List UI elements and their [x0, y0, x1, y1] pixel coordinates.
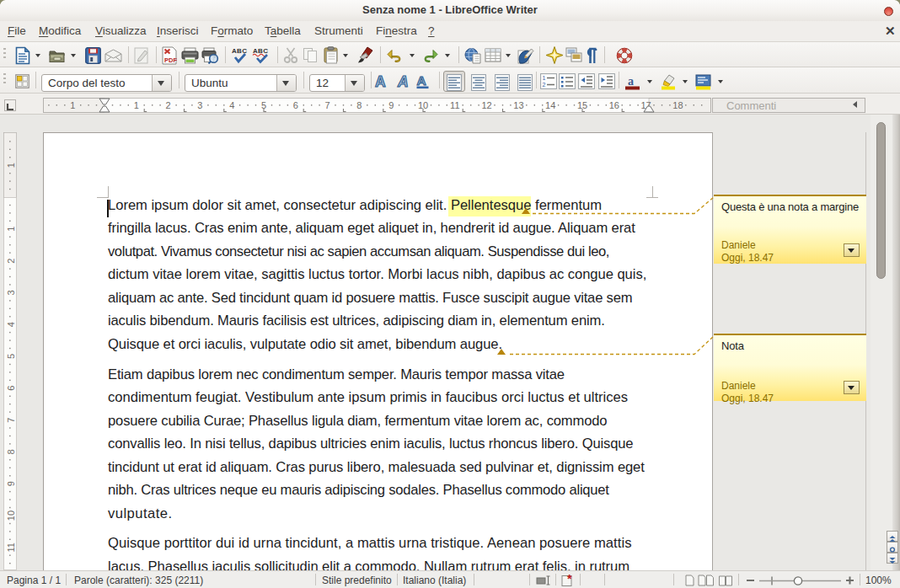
svg-text:ABC: ABC: [253, 47, 268, 55]
svg-text:2: 2: [543, 82, 546, 88]
svg-text:16: 16: [609, 100, 619, 110]
svg-text:4: 4: [229, 100, 234, 110]
svg-text:9: 9: [388, 100, 394, 110]
svg-text:1: 1: [543, 75, 546, 81]
svg-text:13: 13: [513, 100, 523, 110]
svg-text:A: A: [417, 73, 426, 88]
svg-text:6: 6: [293, 100, 298, 110]
svg-text:1: 1: [134, 100, 139, 110]
svg-text:1: 1: [70, 100, 75, 110]
svg-text:PDF: PDF: [164, 56, 177, 64]
svg-text:12: 12: [481, 100, 491, 110]
svg-text:8: 8: [356, 100, 362, 110]
svg-text:*: *: [567, 574, 572, 585]
svg-text:a: a: [628, 75, 634, 88]
svg-text:A: A: [397, 73, 409, 89]
svg-text:14: 14: [545, 100, 555, 110]
svg-text:7: 7: [325, 100, 330, 110]
svg-text:2: 2: [166, 100, 171, 110]
svg-text:18: 18: [672, 100, 683, 110]
svg-text:A: A: [375, 73, 386, 89]
svg-text:11: 11: [450, 100, 459, 110]
svg-text:3: 3: [197, 100, 202, 110]
